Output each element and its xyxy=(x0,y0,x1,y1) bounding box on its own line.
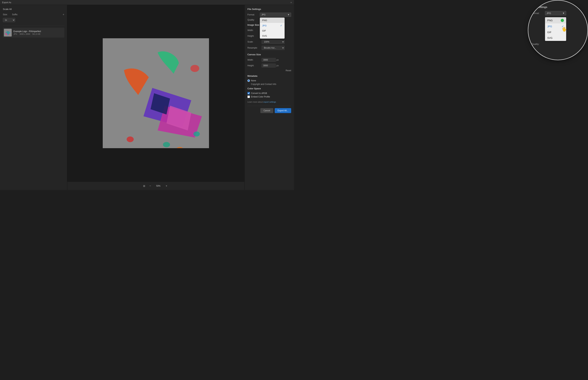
zoom-level: 50% xyxy=(155,185,161,187)
format-option-gif[interactable]: GIF xyxy=(260,28,285,33)
canvas-height-input[interactable] xyxy=(262,64,276,68)
format-option-jpg[interactable]: JPG ✓ xyxy=(260,23,285,28)
title-bar: Export As × xyxy=(0,0,294,5)
convert-srgb-label: Convert to sRGB xyxy=(251,92,267,95)
embed-color-checkbox[interactable] xyxy=(248,95,250,98)
canvas-width-label: Width: xyxy=(248,59,262,61)
scale-all-title: Scale All xyxy=(3,8,64,10)
format-dropdown-container: JPG ▼ PNG JPG ✓ GIF SVG xyxy=(260,13,291,17)
svg-point-6 xyxy=(190,65,199,72)
metadata-copyright-label[interactable]: Copyright and Contact Info xyxy=(251,83,291,85)
convert-srgb-checkbox[interactable] xyxy=(248,92,250,95)
resample-label: Resample: xyxy=(248,47,262,49)
metadata-none-label: None xyxy=(251,79,256,82)
thumbnail-svg xyxy=(4,29,12,37)
height-label: Height: xyxy=(248,35,262,37)
canvas-width-row: Width: px xyxy=(248,58,291,62)
format-dropdown-button[interactable]: JPG ▼ xyxy=(260,13,291,17)
right-panel: File Settings Format: JPG ▼ PNG JPG ✓ xyxy=(244,5,294,190)
resample-select[interactable]: Bicubic Aut... Bicubic Bilinear xyxy=(262,46,285,50)
zoom-out-button[interactable]: − xyxy=(148,184,152,188)
file-settings-title: File Settings xyxy=(248,8,291,10)
canvas-size-title: Canvas Size xyxy=(248,53,291,56)
svg-point-10 xyxy=(127,136,134,142)
format-popup: PNG JPG ✓ GIF SVG xyxy=(260,18,285,39)
metadata-none-row: None xyxy=(248,79,291,82)
file-name: Example Logo - PiXimperfect xyxy=(14,30,41,33)
canvas-area: ⊞ − 50% + xyxy=(67,5,244,190)
size-row: Size: Suffix: + xyxy=(3,13,64,16)
canvas-height-unit: px xyxy=(276,64,279,67)
canvas-width-unit: px xyxy=(276,59,279,61)
divider xyxy=(3,26,64,26)
zoom-in-button[interactable]: + xyxy=(164,184,169,188)
size-select-row: 1x 2x 3x xyxy=(3,18,64,22)
reset-button[interactable]: Reset xyxy=(248,69,291,72)
quality-label: Quality: xyxy=(248,19,260,21)
format-option-png[interactable]: PNG xyxy=(260,18,285,23)
suffix-label: Suffix: xyxy=(12,13,18,16)
metadata-title: Metadata xyxy=(248,75,291,77)
canvas-height-row: Height: px xyxy=(248,64,291,68)
format-option-svg[interactable]: SVG xyxy=(260,33,285,38)
title-bar-title: Export As xyxy=(2,1,11,4)
format-row: Format: JPG ▼ PNG JPG ✓ GIF xyxy=(248,13,291,17)
size-select[interactable]: 1x 2x 3x xyxy=(3,18,15,22)
left-panel: Scale All Size: Suffix: + 1x 2x 3x xyxy=(0,5,67,190)
canvas-content xyxy=(67,5,244,182)
check-mark-icon: ✓ xyxy=(280,24,282,27)
add-button[interactable]: + xyxy=(63,13,64,16)
main-layout: Scale All Size: Suffix: + 1x 2x 3x xyxy=(0,5,294,190)
metadata-none-radio[interactable] xyxy=(248,79,250,82)
embed-color-label: Embed Color Profile xyxy=(251,95,270,98)
scale-row: Scale: 100% 50% 200% xyxy=(248,40,291,44)
canvas-background xyxy=(103,38,209,148)
color-space-title: Color Space xyxy=(248,87,291,90)
canvas-width-input[interactable] xyxy=(262,58,276,62)
close-button[interactable]: × xyxy=(290,1,292,4)
export-all-button[interactable]: Export All... xyxy=(275,108,291,113)
cancel-button[interactable]: Cancel xyxy=(260,108,273,113)
size-label: Size: xyxy=(3,13,9,16)
convert-srgb-row: Convert to sRGB xyxy=(248,92,291,95)
format-label: Format: xyxy=(248,14,260,16)
resample-row: Resample: Bicubic Aut... Bicubic Bilinea… xyxy=(248,46,291,50)
file-item: Example Logo - PiXimperfect JPG 3000 x 3… xyxy=(3,28,64,38)
file-info: Example Logo - PiXimperfect JPG 3000 x 3… xyxy=(14,30,41,35)
scale-select[interactable]: 100% 50% 200% xyxy=(262,40,285,44)
bottom-buttons: Cancel Export All... xyxy=(248,106,291,113)
export-settings-link[interactable]: export settings xyxy=(263,101,276,103)
canvas-height-label: Height: xyxy=(248,64,262,67)
fit-icon[interactable]: ⊞ xyxy=(143,185,145,187)
scale-label: Scale: xyxy=(248,40,262,43)
file-thumbnail xyxy=(4,29,12,37)
width-label: Width: xyxy=(248,29,262,32)
artwork-svg xyxy=(103,38,209,148)
svg-point-8 xyxy=(193,132,200,136)
file-meta: JPG 3000 x 3000 561.9 KB xyxy=(14,33,41,35)
svg-point-7 xyxy=(163,142,170,147)
metadata-section: Metadata None Copyright and Contact Info xyxy=(248,75,291,87)
bottom-toolbar: ⊞ − 50% + xyxy=(67,182,244,190)
learn-more: Learn more about export settings xyxy=(248,101,291,103)
embed-color-row: Embed Color Profile xyxy=(248,95,291,98)
